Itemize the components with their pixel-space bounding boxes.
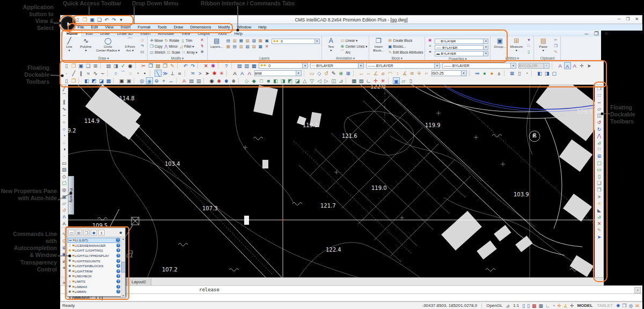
dock-icon[interactable]: ⊞ bbox=[76, 230, 82, 236]
filter-icon[interactable]: ▼ bbox=[525, 38, 532, 43]
tolerance-icon[interactable]: ● bbox=[481, 70, 488, 77]
new-sheet-icon[interactable]: ▯ bbox=[63, 77, 70, 84]
help-icon[interactable]: ? bbox=[223, 62, 230, 69]
center-lines-button[interactable]: ⊕Center Lines ▾ bbox=[340, 43, 368, 49]
view-cube-6-icon[interactable]: ◨ bbox=[280, 77, 287, 84]
qat-undo-icon[interactable]: ↶ bbox=[103, 16, 111, 23]
polygon-icon[interactable]: ◇ bbox=[139, 38, 145, 43]
command-history[interactable]: release ▾ bbox=[60, 285, 642, 294]
globe-icon[interactable]: ◎ bbox=[629, 303, 633, 308]
rectangle-icon[interactable]: ▭ bbox=[61, 160, 68, 167]
properties-icon[interactable]: ➤ bbox=[596, 234, 603, 241]
dim-diameter-icon[interactable]: ⌀ bbox=[379, 70, 387, 77]
text-icon[interactable]: A bbox=[231, 70, 239, 77]
drawing-canvas[interactable]: R 114.8114.9109.2103.4119.2122.0119.9121… bbox=[68, 85, 595, 277]
line-icon[interactable]: ╱ bbox=[61, 85, 68, 92]
command-suggestion-light[interactable]: ✺LIGHT (LIGHTING)? bbox=[68, 248, 120, 253]
rotate-button[interactable]: ↻Rotate bbox=[164, 38, 179, 43]
arc-icon[interactable]: ⌒ bbox=[61, 92, 68, 99]
qat-preview-icon[interactable]: ❏ bbox=[96, 16, 104, 23]
dim-jogged-icon[interactable]: ≋ bbox=[408, 70, 416, 77]
command-suggestion-li[interactable]: ≔LI (LIST)? bbox=[68, 238, 120, 243]
snap-parallel-icon[interactable]: ≫ bbox=[162, 70, 169, 77]
measure-button[interactable]: ⊞Measure ▾ bbox=[509, 37, 524, 52]
help-badge[interactable]: ? bbox=[116, 244, 120, 247]
region-icon[interactable]: ▣ bbox=[61, 194, 68, 201]
annotation-auto-icon[interactable]: ▯ bbox=[527, 303, 530, 308]
help-badge[interactable]: ? bbox=[116, 274, 120, 278]
esnap-icon[interactable]: ✛ bbox=[557, 303, 561, 308]
cascade-icon[interactable]: ▦ bbox=[105, 77, 113, 84]
match-properties-icon[interactable]: ✎ bbox=[169, 62, 177, 69]
circle-icon[interactable]: ○ bbox=[61, 126, 68, 133]
properties-pane-tab[interactable]: Property bbox=[68, 176, 74, 215]
ribbon-tab-draw[interactable]: Draw bbox=[97, 31, 114, 36]
lineweight-icon[interactable]: ≡ bbox=[427, 49, 433, 55]
help-badge[interactable]: ? bbox=[116, 285, 120, 289]
move-icon[interactable]: ↔ bbox=[596, 99, 603, 106]
hatch-icon[interactable]: ⊞ bbox=[345, 70, 352, 77]
ribbon-tab-edit[interactable]: Edit bbox=[82, 31, 97, 36]
layers-dialog-button[interactable]: ▤Layers... bbox=[209, 37, 224, 48]
settings-gear-icon[interactable]: ✺ bbox=[616, 303, 620, 308]
line-icon[interactable]: ╱ bbox=[70, 70, 78, 77]
ellipse-arc-icon[interactable]: ◔ bbox=[134, 70, 142, 77]
chevron-down-icon[interactable]: ▾ bbox=[483, 52, 488, 56]
save-all-icon[interactable]: ❏ bbox=[85, 62, 92, 69]
command-suggestion-limmin[interactable]: ✱LIMMIN? bbox=[68, 289, 120, 295]
grid-icon[interactable]: ▦ bbox=[539, 303, 544, 308]
new-icon[interactable]: ▯ bbox=[63, 62, 70, 69]
chamfer-icon[interactable]: ≡ bbox=[596, 200, 603, 207]
ortho-icon[interactable]: ∟ bbox=[545, 303, 550, 308]
edit-block-attributes-button[interactable]: ✎Edit Block Attributes bbox=[387, 49, 423, 55]
mtext-icon[interactable]: A bbox=[239, 70, 246, 77]
wipeout-icon[interactable]: ▱ bbox=[61, 200, 68, 207]
polar-icon[interactable]: ◔ bbox=[552, 303, 555, 308]
edit-text-icon[interactable]: A bbox=[246, 70, 253, 77]
spline-icon[interactable]: ～ bbox=[99, 70, 107, 77]
view-cube-8-icon[interactable]: ◪ bbox=[294, 77, 302, 84]
copy-icon[interactable]: ❐ bbox=[596, 85, 603, 92]
break-icon[interactable]: ≍ bbox=[189, 70, 197, 77]
qat-save-icon[interactable]: ▣ bbox=[89, 16, 96, 23]
menu-help[interactable]: Help bbox=[255, 24, 270, 31]
transparency-icon[interactable]: ‖ bbox=[98, 230, 105, 236]
fillet-icon[interactable]: ◣ bbox=[596, 207, 603, 214]
command-input[interactable]: Command: LI bbox=[60, 294, 642, 301]
layer-thaw-icon[interactable]: ▧ bbox=[245, 38, 251, 43]
model-toggle[interactable]: MODEL bbox=[577, 303, 592, 308]
dim-aligned-icon[interactable]: ⇔ bbox=[365, 70, 372, 77]
quick-modify-icon[interactable]: ↯ bbox=[199, 43, 206, 49]
multiline-icon[interactable]: ≈ bbox=[85, 70, 92, 77]
lineweight-toggle-icon[interactable]: ✛ bbox=[570, 303, 574, 308]
lock-icon[interactable]: ⊠ bbox=[509, 70, 516, 77]
layer-walk-icon[interactable]: ▤ bbox=[232, 43, 238, 49]
paste-icon[interactable]: ▤ bbox=[155, 62, 162, 69]
stretch-button[interactable]: ▭Stretch bbox=[149, 49, 165, 55]
window-icon[interactable]: ❐ bbox=[623, 303, 627, 308]
lineweight-select[interactable]: ▬BYLAYER▾ bbox=[435, 51, 488, 56]
lineweight-combo[interactable]: ───BYLAYER▾ bbox=[442, 63, 516, 69]
sketch-icon[interactable]: ✎ bbox=[330, 70, 338, 77]
table-grid-icon[interactable]: ▦ bbox=[350, 77, 358, 84]
layer-restore-icon[interactable]: ▧ bbox=[245, 43, 251, 49]
table-icon[interactable]: ▭ bbox=[309, 70, 316, 77]
mirror-button[interactable]: ⋀Mirror bbox=[164, 43, 178, 49]
quick-select-icon[interactable]: ∷ bbox=[525, 43, 532, 49]
annotation-scale-icon[interactable]: ⊿ bbox=[506, 303, 510, 308]
create-block-button[interactable]: ⊞Create Block bbox=[387, 38, 412, 43]
boundary-icon[interactable]: ▢ bbox=[61, 180, 68, 187]
zoom-in-icon[interactable]: ⊕ bbox=[146, 77, 153, 84]
layer-vp-icon[interactable]: ▩ bbox=[258, 43, 264, 49]
chevron-down-icon[interactable]: ▾ bbox=[483, 39, 488, 43]
layer-properties-icon[interactable]: ▤ bbox=[236, 62, 244, 69]
view-cube-2-icon[interactable]: ◆ bbox=[251, 77, 258, 84]
ole-object-icon[interactable]: ▯ bbox=[407, 77, 415, 84]
named-views-icon[interactable]: ◧ bbox=[83, 77, 91, 84]
clock-icon[interactable]: ◔ bbox=[523, 70, 531, 77]
chevron-down-icon[interactable]: ▾ bbox=[483, 45, 488, 49]
calculator-icon[interactable]: ▯ bbox=[525, 49, 532, 55]
polyline-button[interactable]: ∿Polyline ▾ bbox=[78, 37, 93, 52]
zoom-extents-icon[interactable]: ⌖ bbox=[160, 77, 168, 84]
render-icon[interactable]: A bbox=[181, 77, 188, 84]
